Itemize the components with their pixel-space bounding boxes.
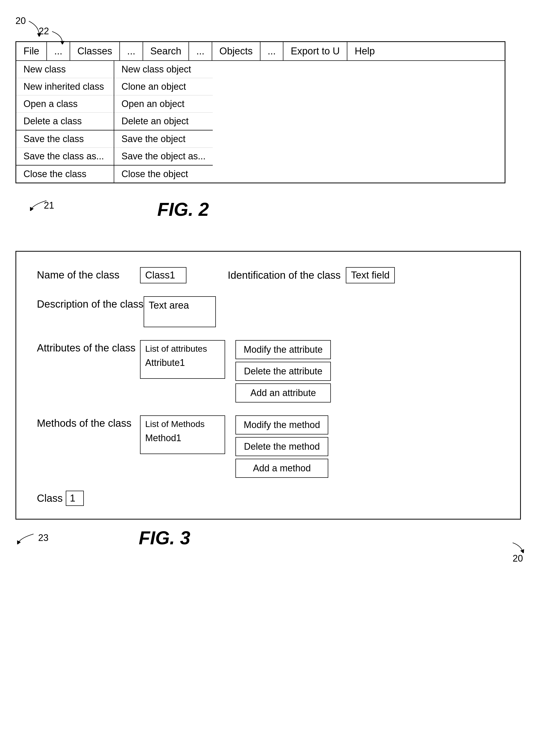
delete-attribute-button[interactable]: Delete the attribute bbox=[236, 362, 331, 381]
menu-ellipsis-4[interactable]: ... bbox=[261, 42, 283, 60]
objects-clone[interactable]: Clone an object bbox=[114, 78, 213, 95]
name-row: Name of the class Class1 Identification … bbox=[37, 267, 499, 283]
delete-method-button[interactable]: Delete the method bbox=[236, 437, 328, 456]
menubar-top: File ... Classes ... Search ... Objects … bbox=[16, 42, 505, 61]
menu-ellipsis-3[interactable]: ... bbox=[189, 42, 212, 60]
name-input[interactable]: Class1 bbox=[140, 267, 187, 283]
objects-close[interactable]: Close the object bbox=[114, 165, 213, 183]
attr-list-item[interactable]: Attribute1 bbox=[145, 356, 220, 369]
desc-textarea[interactable]: Text area bbox=[144, 296, 216, 327]
ref-label-22-top: 22 bbox=[39, 26, 49, 37]
menubar: File ... Classes ... Search ... Objects … bbox=[15, 41, 505, 183]
methods-list-item[interactable]: Method1 bbox=[145, 432, 220, 445]
attributes-row: Attributes of the class List of attribut… bbox=[37, 340, 499, 403]
name-label: Name of the class bbox=[37, 267, 140, 281]
ref-23-label: 23 bbox=[38, 533, 49, 543]
ref-20-bottom-group: 20 bbox=[510, 540, 526, 564]
fig3-title: FIG. 3 bbox=[139, 527, 190, 549]
menu-ellipsis-2[interactable]: ... bbox=[120, 42, 143, 60]
attr-label: Attributes of the class bbox=[37, 340, 140, 354]
ref-21-label: 21 bbox=[44, 200, 54, 211]
methods-list-header: List of Methods bbox=[145, 419, 220, 429]
classes-delete[interactable]: Delete a class bbox=[16, 113, 114, 130]
add-method-button[interactable]: Add a method bbox=[236, 459, 328, 478]
classes-save[interactable]: Save the class bbox=[16, 130, 114, 148]
desc-label: Description of the class bbox=[37, 296, 144, 310]
class-form: Name of the class Class1 Identification … bbox=[15, 251, 521, 520]
ref-23-group: 23 bbox=[15, 532, 49, 544]
fig2-section: 20 22 File ... Classes ... Search ... Ob… bbox=[15, 15, 526, 220]
id-input[interactable]: Text field bbox=[346, 267, 395, 283]
modify-method-button[interactable]: Modify the method bbox=[236, 415, 328, 435]
class-id-row: Class 1 bbox=[37, 491, 499, 506]
fig2-title: FIG. 2 bbox=[157, 199, 209, 220]
menu-classes[interactable]: Classes bbox=[70, 42, 120, 60]
classes-close[interactable]: Close the class bbox=[16, 165, 114, 183]
add-attribute-button[interactable]: Add an attribute bbox=[236, 383, 331, 403]
modify-attribute-button[interactable]: Modify the attribute bbox=[236, 340, 331, 359]
attr-list: List of attributes Attribute1 bbox=[140, 340, 225, 379]
menu-export[interactable]: Export to U bbox=[283, 42, 347, 60]
methods-list: List of Methods Method1 bbox=[140, 415, 225, 454]
menu-objects[interactable]: Objects bbox=[212, 42, 261, 60]
fig2-label-row: 21 FIG. 2 bbox=[15, 191, 526, 220]
attr-list-header: List of attributes bbox=[145, 344, 220, 354]
fig3-label-row: 23 FIG. 3 20 bbox=[15, 527, 526, 549]
id-label: Identification of the class bbox=[228, 269, 341, 281]
attr-buttons: Modify the attribute Delete the attribut… bbox=[236, 340, 331, 403]
methods-buttons: Modify the method Delete the method Add … bbox=[236, 415, 328, 478]
classes-open[interactable]: Open a class bbox=[16, 95, 114, 113]
classes-new-inherited[interactable]: New inherited class bbox=[16, 78, 114, 95]
class-id-label: Class bbox=[37, 493, 63, 504]
methods-row: Methods of the class List of Methods Met… bbox=[37, 415, 499, 478]
classes-dropdown: New class New inherited class Open a cla… bbox=[16, 61, 114, 183]
arrow-22 bbox=[50, 29, 65, 44]
class-id-input[interactable]: 1 bbox=[66, 491, 84, 506]
id-section: Identification of the class Text field bbox=[228, 267, 395, 283]
classes-new-class[interactable]: New class bbox=[16, 61, 114, 78]
dropdown-menus: New class New inherited class Open a cla… bbox=[16, 61, 505, 183]
objects-save-as[interactable]: Save the object as... bbox=[114, 148, 213, 165]
ref-20-bottom-label: 20 bbox=[513, 553, 523, 564]
menu-file[interactable]: File bbox=[16, 42, 47, 60]
menu-help[interactable]: Help bbox=[347, 42, 382, 60]
methods-label: Methods of the class bbox=[37, 415, 140, 429]
ref-label-20-top: 20 bbox=[15, 15, 26, 26]
objects-dropdown: New class object Clone an object Open an… bbox=[114, 61, 213, 183]
objects-save[interactable]: Save the object bbox=[114, 130, 213, 148]
fig3-section: Name of the class Class1 Identification … bbox=[15, 251, 526, 549]
description-row: Description of the class Text area bbox=[37, 296, 499, 327]
classes-save-as[interactable]: Save the class as... bbox=[16, 148, 114, 165]
objects-delete[interactable]: Delete an object bbox=[114, 113, 213, 130]
objects-new[interactable]: New class object bbox=[114, 61, 213, 78]
menu-search[interactable]: Search bbox=[143, 42, 189, 60]
objects-open[interactable]: Open an object bbox=[114, 95, 213, 113]
arrow-20-bottom bbox=[510, 540, 526, 553]
arrow-23 bbox=[15, 532, 36, 544]
menu-ellipsis-1[interactable]: ... bbox=[47, 42, 70, 60]
